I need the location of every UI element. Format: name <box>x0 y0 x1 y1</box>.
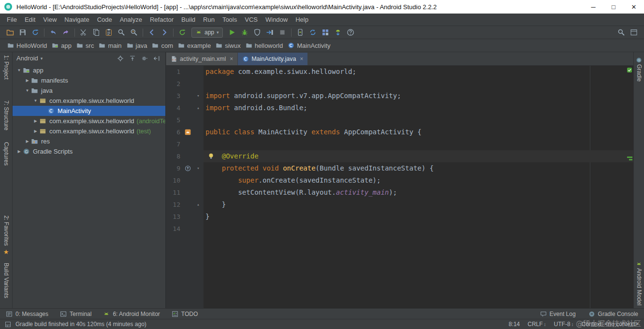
tool-tab-1-project[interactable]: 1: Project <box>0 55 12 80</box>
attach-button[interactable] <box>263 27 276 38</box>
back-button[interactable] <box>146 27 158 38</box>
locate-button[interactable] <box>115 54 125 63</box>
stop-button[interactable] <box>276 27 289 38</box>
intention-bulb-icon[interactable] <box>207 153 215 160</box>
context-indicator[interactable]: Context: <no context> <box>582 321 638 328</box>
debug-button[interactable] <box>238 27 251 38</box>
line-separator-selector[interactable]: CRLF↕ <box>527 321 546 328</box>
fold-marker-icon[interactable]: ▾ <box>194 162 203 174</box>
tool-tab-2-favorites[interactable]: 2: Favorites★ <box>0 215 12 256</box>
code-text[interactable]: setContentView(R.layout.activity_main); <box>204 186 633 199</box>
menu-view[interactable]: View <box>39 14 60 26</box>
editor-gutter[interactable]: 9▾ <box>166 162 204 174</box>
code-text[interactable] <box>204 223 633 235</box>
tool-button-0-messages[interactable]: 0: Messages <box>6 311 48 317</box>
activity-gutter-icon[interactable] <box>181 126 194 138</box>
menu-code[interactable]: Code <box>93 14 116 26</box>
sync-project-button[interactable] <box>307 27 319 38</box>
breadcrumb-mainactivity[interactable]: MainActivity <box>285 42 333 49</box>
editor-surface[interactable]: 1package com.example.siwux.helloworld;23… <box>166 66 633 308</box>
code-text[interactable]: public class MainActivity extends AppCom… <box>204 126 633 138</box>
tree-item-java[interactable]: ▼java <box>13 86 165 96</box>
tool-button-6-android-monitor[interactable]: 6: Android Monitor <box>103 311 160 317</box>
expanded-arrow-icon[interactable]: ▼ <box>15 68 23 72</box>
expanded-arrow-icon[interactable]: ▼ <box>24 88 31 93</box>
editor-gutter[interactable]: 1 <box>166 66 204 78</box>
run-button[interactable] <box>226 27 238 38</box>
fold-marker-icon[interactable]: ▴ <box>194 199 203 211</box>
code-line[interactable]: 4▴import android.os.Bundle; <box>166 102 633 114</box>
code-line[interactable]: 8 @Override <box>166 150 633 162</box>
tree-item-manifests[interactable]: ▶manifests <box>13 75 165 86</box>
menu-tools[interactable]: Tools <box>219 14 241 26</box>
editor-gutter[interactable]: 12▴ <box>166 199 204 211</box>
open-button[interactable] <box>4 27 16 38</box>
editor-gutter[interactable]: 13 <box>166 211 204 223</box>
paste-button[interactable] <box>102 27 115 38</box>
menu-refactor[interactable]: Refactor <box>146 14 177 26</box>
code-text[interactable]: } <box>204 211 633 223</box>
caret-position[interactable]: 8:14 <box>509 321 520 328</box>
window-button[interactable] <box>628 27 640 38</box>
tree-item-com-example-siwux-helloworld-androidtest[interactable]: ▶com.example.siwux.helloworld(androidTes… <box>13 116 165 126</box>
code-text[interactable]: @Override <box>204 150 633 162</box>
tool-tab-gradle[interactable]: GGradle <box>634 56 644 82</box>
replace-button[interactable] <box>128 27 140 38</box>
breadcrumb-app[interactable]: app <box>49 42 74 49</box>
collapsed-arrow-icon[interactable]: ▶ <box>15 149 23 154</box>
tool-button-event-log[interactable]: Event Log <box>540 311 576 317</box>
editor-gutter[interactable]: 3▾ <box>166 90 204 102</box>
tab-close-icon[interactable]: × <box>230 56 233 62</box>
override-gutter-icon[interactable] <box>181 162 194 174</box>
menu-run[interactable]: Run <box>199 14 219 26</box>
tab-close-icon[interactable]: × <box>300 56 303 62</box>
tool-button-gradle-console[interactable]: Gradle Console <box>588 311 638 317</box>
tool-button-terminal[interactable]: Terminal <box>60 311 91 317</box>
tree-item-gradle-scripts[interactable]: ▶GGradle Scripts <box>13 146 165 157</box>
code-line[interactable]: 9▾ protected void onCreate(Bundle savedI… <box>166 162 633 174</box>
code-text[interactable] <box>204 78 633 90</box>
tool-tab-android-model[interactable]: Android Model <box>634 260 644 305</box>
cut-button[interactable] <box>77 27 90 38</box>
editor-gutter[interactable]: 11 <box>166 186 204 199</box>
editor-gutter[interactable]: 7 <box>166 138 204 150</box>
code-line[interactable]: 1package com.example.siwux.helloworld; <box>166 66 633 78</box>
breadcrumb-main[interactable]: main <box>96 42 124 49</box>
close-button[interactable]: ✕ <box>624 0 644 14</box>
stripe-mark-green[interactable] <box>627 157 632 158</box>
code-line[interactable]: 13} <box>166 211 633 223</box>
code-text[interactable] <box>204 114 633 126</box>
search-button[interactable] <box>615 27 628 38</box>
tree-item-mainactivity[interactable]: MainActivity <box>13 106 165 116</box>
code-pane[interactable]: 1package com.example.siwux.helloworld;23… <box>166 66 633 308</box>
code-line[interactable]: 6public class MainActivity extends AppCo… <box>166 126 633 138</box>
coverage-button[interactable] <box>251 27 263 38</box>
breadcrumb-helloworld[interactable]: HelloWorld <box>5 42 49 49</box>
find-button[interactable] <box>115 27 128 38</box>
code-line[interactable]: 5 <box>166 114 633 126</box>
collapsed-arrow-icon[interactable]: ▶ <box>32 119 39 123</box>
code-text[interactable]: protected void onCreate(Bundle savedInst… <box>204 162 633 174</box>
tree-item-com-example-siwux-helloworld-test[interactable]: ▶com.example.siwux.helloworld(test) <box>13 126 165 136</box>
settings-button[interactable] <box>139 54 149 63</box>
menu-build[interactable]: Build <box>177 14 199 26</box>
undo-button[interactable] <box>47 27 59 38</box>
code-text[interactable]: } <box>204 199 633 211</box>
hide-panel-button[interactable] <box>151 54 161 63</box>
editor-gutter[interactable]: 10 <box>166 174 204 186</box>
expanded-arrow-icon[interactable]: ▼ <box>32 99 39 103</box>
save-button[interactable] <box>16 27 29 38</box>
copy-button[interactable] <box>90 27 102 38</box>
menu-analyze[interactable]: Analyze <box>116 14 146 26</box>
tree-item-com-example-siwux-helloworld[interactable]: ▼com.example.siwux.helloworld <box>13 96 165 106</box>
tool-tab-7-structure[interactable]: 7: Structure <box>0 100 12 130</box>
project-structure-button[interactable] <box>319 27 332 38</box>
editor-gutter[interactable]: 4▴ <box>166 102 204 114</box>
editor-tab-activity-main-xml[interactable]: activity_main.xml× <box>166 53 237 65</box>
code-line[interactable]: 12▴ } <box>166 199 633 211</box>
help-button[interactable] <box>344 27 357 38</box>
tree-item-res[interactable]: ▶res <box>13 136 165 146</box>
tool-tab-build-variants[interactable]: Build Variants <box>0 263 12 298</box>
redo-button[interactable] <box>59 27 72 38</box>
code-text[interactable]: super.onCreate(savedInstanceState); <box>204 174 633 186</box>
